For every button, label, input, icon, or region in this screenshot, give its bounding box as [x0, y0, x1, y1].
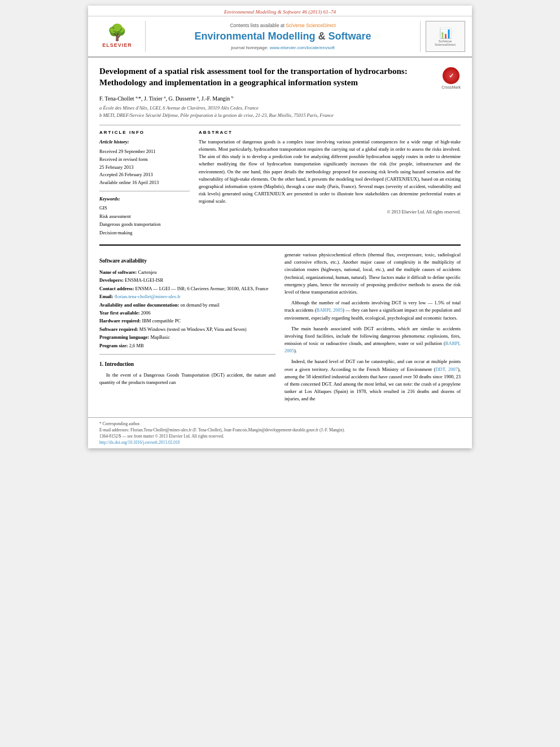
crossmark-icon[interactable]: ✓ — [443, 67, 460, 84]
email-note: E-mail addresses: Florian.Tena-Chollet@m… — [99, 427, 461, 433]
sw-contact: Contact address: ENSMA — LGEI — ISR; 6 C… — [99, 285, 275, 292]
body-right-para4: Indeed, the hazard level of DGT can be c… — [285, 358, 461, 403]
software-availability: Software availability Name of software: … — [99, 257, 275, 350]
corresponding-author-note: * Corresponding author. — [99, 421, 461, 426]
body-right-col: generate various physicochemical effects… — [285, 251, 461, 406]
keyword-1: GIS — [99, 204, 190, 212]
journal-title-center: Contents lists available at SciVerse Sci… — [150, 21, 415, 52]
journal-name-line1: Environmental Modelling — [194, 30, 315, 42]
barpi-link-2[interactable]: BARPI, 2005 — [285, 340, 461, 353]
abstract-heading: ABSTRACT — [199, 130, 461, 135]
keywords-label: Keywords: — [99, 196, 190, 202]
intro-section-title: 1. Introduction — [99, 360, 275, 369]
thick-divider — [99, 244, 461, 246]
section-divider — [99, 354, 275, 355]
introduction-section: 1. Introduction In the event of a Danger… — [99, 360, 275, 386]
page-footer: * Corresponding author. E-mail addresses… — [88, 417, 472, 448]
journal-citation: Environmental Modelling & Software 46 (2… — [224, 9, 336, 15]
journal-top-bar: Environmental Modelling & Software 46 (2… — [88, 6, 472, 16]
sw-req-value: MS Windows (tested on Windows XP, Vista … — [139, 326, 247, 332]
sw-size-value: 2,6 MB — [129, 343, 144, 348]
keyword-3: Dangerous goods transportation — [99, 220, 190, 228]
abstract-col: ABSTRACT The transportation of dangerous… — [199, 130, 461, 237]
affiliation-b: b METI, DREF/Service Sécurité Défense, P… — [99, 112, 461, 119]
corresponding-label: * Corresponding author. — [99, 421, 141, 426]
revised-date: 25 February 2013 — [99, 164, 190, 172]
sw-name-value: Cartenjeu — [138, 269, 157, 275]
sw-contact-value: ENSMA — LGEI — ISR; 6 Clavieres Avenue; … — [135, 286, 269, 291]
elsevier-logo-area: 🌳 ELSEVIER — [95, 21, 146, 52]
homepage-label: journal homepage: — [231, 45, 268, 50]
sw-language: Programming language: MapBasic — [99, 333, 275, 341]
ddt-link[interactable]: DDT, 2007 — [435, 366, 458, 372]
doi-note: http://dx.doi.org/10.1016/j.envsoft.2013… — [99, 440, 461, 445]
article-title: Development of a spatial risk assessment… — [99, 65, 436, 89]
intro-para1: In the event of a Dangerous Goods Transp… — [99, 372, 275, 386]
affiliation-a: a École des Mines d'Alès, LGEI, 6 Avenue… — [99, 104, 461, 112]
sw-avail-label: Availability and online documentation: — [99, 302, 179, 308]
crossmark: ✓ CrossMark — [441, 67, 461, 89]
journal-header: 🌳 ELSEVIER Contents lists available at S… — [88, 16, 472, 58]
copyright-line: © 2013 Elsevier Ltd. All rights reserved… — [199, 209, 461, 215]
crossmark-label: CrossMark — [441, 85, 461, 89]
sw-name-label: Name of software: — [99, 269, 137, 275]
keywords-list: GIS Risk assessment Dangerous goods tran… — [99, 204, 190, 237]
keyword-4: Decision-making — [99, 229, 190, 237]
received-1: Received 29 September 2011 — [99, 148, 190, 156]
right-logo-box: 📊 SciVerseScienceDirect — [426, 21, 465, 52]
journal-name-amp: & — [315, 30, 328, 42]
article-info-heading: ARTICLE INFO — [99, 130, 190, 135]
doi-link[interactable]: http://dx.doi.org/10.1016/j.envsoft.2013… — [99, 440, 180, 445]
accepted-date: Accepted 26 February 2013 — [99, 171, 190, 179]
elsevier-tree-icon: 🌳 — [107, 25, 127, 41]
issn-note: 1364-8152/$ — see front matter © 2013 El… — [99, 434, 461, 439]
authors-line: F. Tena-Chollet a,*, J. Tixier a, G. Dus… — [99, 95, 461, 102]
authors-text: F. Tena-Chollet a,*, J. Tixier a, G. Dus… — [99, 95, 233, 102]
sw-email-label: Email: — [99, 294, 113, 299]
sw-developers: Developers: ENSMA-LGEI-ISR — [99, 276, 275, 284]
sciverse-line: Contents lists available at SciVerse Sci… — [230, 23, 335, 28]
body-left-col: Software availability Name of software: … — [99, 251, 275, 406]
sw-email-value[interactable]: florian.tena-chollet@mines-ales.fr — [115, 294, 181, 299]
contents-label: Contents lists available at — [230, 23, 284, 28]
body-right-para3: The main hazards associated with DGT acc… — [285, 325, 461, 355]
sw-contact-label: Contact address: — [99, 286, 134, 291]
keywords-section: Keywords: GIS Risk assessment Dangerous … — [99, 196, 190, 237]
abstract-body: The transportation of dangerous goods is… — [199, 139, 461, 204]
journal-name-line2: Software — [329, 30, 371, 42]
journal-name: Environmental Modelling & Software — [194, 30, 371, 43]
barpi-link-1[interactable]: BARPI, 2005 — [316, 307, 342, 313]
sw-hardware: Hardware required: IBM compatible PC — [99, 317, 275, 325]
elsevier-brand: ELSEVIER — [102, 42, 132, 48]
body-right-para1: generate various physicochemical effects… — [285, 251, 461, 296]
available-date: Available online 16 April 2013 — [99, 179, 190, 187]
body-content: Software availability Name of software: … — [99, 251, 461, 406]
sw-year-value: 2006 — [141, 310, 151, 316]
sw-name: Name of software: Cartenjeu — [99, 268, 275, 276]
sw-availability: Availability and online documentation: o… — [99, 301, 275, 309]
article-info-abstract-cols: ARTICLE INFO Article history: Received 2… — [99, 125, 461, 237]
article-info-col: ARTICLE INFO Article history: Received 2… — [99, 130, 190, 237]
keyword-2: Risk assessment — [99, 212, 190, 220]
sw-req-label: Software required: — [99, 326, 138, 332]
sciverse-link[interactable]: SciVerse ScienceDirect — [286, 23, 335, 28]
main-content: Development of a spatial risk assessment… — [88, 58, 472, 412]
sw-software-req: Software required: MS Windows (tested on… — [99, 325, 275, 333]
history-label: Article history: — [99, 138, 190, 146]
received-revised-label: Received in revised form — [99, 156, 190, 164]
software-section-title: Software availability — [99, 257, 275, 265]
homepage-url[interactable]: www.elsevier.com/locate/envsoft — [270, 45, 335, 50]
journal-right-logo: 📊 SciVerseScienceDirect — [420, 21, 465, 52]
sw-avail-value: on demand by email — [180, 302, 219, 308]
body-right-para2: Although the number of road accidents in… — [285, 299, 461, 322]
sw-year: Year first available: 2006 — [99, 309, 275, 317]
sw-dev-value: ENSMA-LGEI-ISR — [125, 277, 163, 283]
sw-lang-value: MapBasic — [151, 334, 170, 340]
affiliations: a École des Mines d'Alès, LGEI, 6 Avenue… — [99, 104, 461, 119]
sw-hw-label: Hardware required: — [99, 318, 141, 324]
sw-year-label: Year first available: — [99, 310, 140, 316]
sw-email: Email: florian.tena-chollet@mines-ales.f… — [99, 292, 275, 300]
right-logo-text: SciVerseScienceDirect — [435, 40, 456, 46]
abstract-text: The transportation of dangerous goods is… — [199, 138, 461, 206]
article-history: Article history: Received 29 September 2… — [99, 138, 190, 192]
